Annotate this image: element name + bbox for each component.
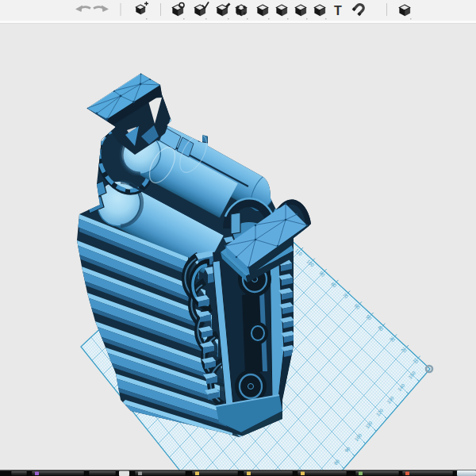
svg-text:T: T: [334, 4, 342, 17]
